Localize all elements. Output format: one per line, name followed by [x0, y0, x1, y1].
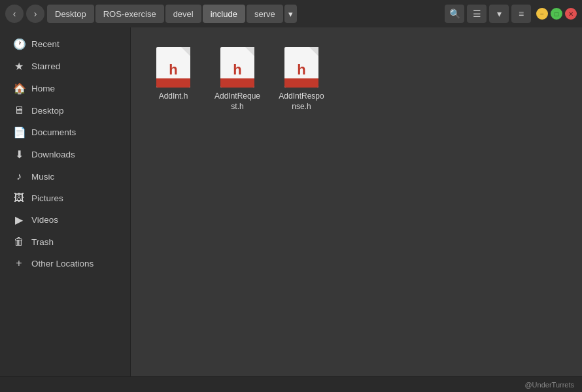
file-icon-addintrequest-h: h	[220, 47, 254, 88]
file-name-addintresponse-h: AddIntResponse.h	[277, 91, 326, 112]
sidebar-label-desktop: Desktop	[31, 106, 64, 116]
downloads-icon: ⬇	[13, 148, 25, 161]
star-icon: ★	[13, 60, 25, 73]
breadcrumb-dropdown[interactable]: ▾	[284, 5, 297, 23]
sidebar-item-trash[interactable]: 🗑 Trash	[3, 231, 128, 252]
file-item-addint-h[interactable]: h AddInt.h	[144, 41, 203, 118]
toolbar-right: 🔍 ☰ ▾ ≡	[445, 5, 531, 23]
trash-icon: 🗑	[13, 236, 25, 248]
breadcrumb: Desktop ROS-exercise devel include serve…	[47, 5, 442, 23]
sidebar-label-documents: Documents	[31, 127, 76, 137]
file-area: h AddInt.h h AddIntRequest.h h	[131, 27, 582, 376]
home-icon: 🏠	[13, 82, 25, 95]
sidebar-label-recent: Recent	[31, 39, 60, 49]
sidebar-item-other-locations[interactable]: + Other Locations	[3, 253, 128, 274]
statusbar-right: @UnderTurrets	[524, 381, 574, 389]
breadcrumb-include[interactable]: include	[203, 5, 245, 23]
sidebar-item-desktop[interactable]: 🖥 Desktop	[3, 100, 128, 121]
hamburger-icon: ≡	[519, 8, 524, 19]
sidebar-item-pictures[interactable]: 🖼 Pictures	[3, 188, 128, 208]
file-name-addint-h: AddInt.h	[159, 91, 188, 102]
sidebar-item-recent[interactable]: 🕐 Recent	[3, 33, 128, 55]
other-locations-icon: +	[13, 257, 25, 269]
file-icon-addint-h: h	[156, 47, 190, 88]
breadcrumb-serve[interactable]: serve	[247, 5, 283, 23]
pictures-icon: 🖼	[13, 192, 25, 204]
menu-button[interactable]: ≡	[511, 5, 531, 23]
sidebar-item-music[interactable]: ♪ Music	[3, 166, 128, 187]
file-icon-addintresponse-h: h	[284, 47, 318, 88]
file-item-addintresponse-h[interactable]: h AddIntResponse.h	[272, 41, 331, 118]
file-name-addintrequest-h: AddIntRequest.h	[213, 91, 262, 112]
sidebar-item-starred[interactable]: ★ Starred	[3, 56, 128, 77]
sidebar-label-downloads: Downloads	[31, 150, 75, 159]
music-icon: ♪	[13, 171, 25, 182]
sidebar-label-videos: Videos	[31, 215, 58, 225]
forward-button[interactable]: ›	[26, 5, 44, 23]
minimize-button[interactable]: −	[536, 8, 548, 20]
videos-icon: ▶	[13, 214, 25, 226]
sidebar-label-starred: Starred	[31, 61, 60, 71]
sidebar-label-trash: Trash	[31, 237, 54, 247]
search-button[interactable]: 🔍	[445, 5, 464, 23]
back-button[interactable]: ‹	[5, 5, 24, 23]
main-area: 🕐 Recent ★ Starred 🏠 Home 🖥 Desktop 📄 Do…	[0, 27, 582, 376]
sidebar-item-home[interactable]: 🏠 Home	[3, 78, 128, 99]
sidebar-item-documents[interactable]: 📄 Documents	[3, 122, 128, 143]
search-icon: 🔍	[449, 8, 460, 19]
sidebar-item-downloads[interactable]: ⬇ Downloads	[3, 144, 128, 165]
sidebar-label-music: Music	[31, 172, 54, 182]
breadcrumb-ros-exercise[interactable]: ROS-exercise	[95, 5, 164, 23]
breadcrumb-desktop[interactable]: Desktop	[47, 5, 94, 23]
window-controls: − □ ✕	[536, 8, 577, 20]
close-button[interactable]: ✕	[565, 8, 577, 20]
statusbar: @UnderTurrets	[0, 376, 582, 392]
sidebar: 🕐 Recent ★ Starred 🏠 Home 🖥 Desktop 📄 Do…	[0, 27, 131, 376]
sidebar-label-other-locations: Other Locations	[31, 259, 94, 269]
file-item-addintrequest-h[interactable]: h AddIntRequest.h	[208, 41, 267, 118]
view-list-button[interactable]: ☰	[467, 5, 487, 23]
chevron-down-icon: ▾	[497, 8, 502, 19]
sidebar-label-pictures: Pictures	[31, 193, 63, 203]
desktop-icon: 🖥	[13, 105, 25, 116]
titlebar: ‹ › Desktop ROS-exercise devel include s…	[0, 0, 582, 27]
recent-icon: 🕐	[13, 38, 25, 50]
sidebar-label-home: Home	[31, 84, 55, 93]
view-options-button[interactable]: ▾	[489, 5, 509, 23]
documents-icon: 📄	[13, 126, 25, 139]
view-list-icon: ☰	[473, 8, 481, 19]
maximize-button[interactable]: □	[551, 8, 562, 20]
sidebar-item-videos[interactable]: ▶ Videos	[3, 209, 128, 231]
breadcrumb-devel[interactable]: devel	[165, 5, 201, 23]
